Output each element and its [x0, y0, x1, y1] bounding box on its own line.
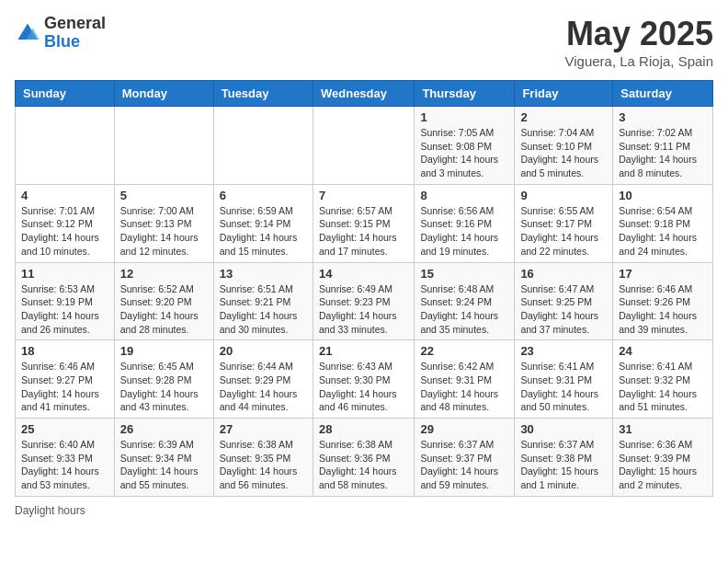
- calendar-cell: 8Sunrise: 6:56 AM Sunset: 9:16 PM Daylig…: [415, 184, 515, 262]
- calendar-cell: 10Sunrise: 6:54 AM Sunset: 9:18 PM Dayli…: [613, 184, 713, 262]
- calendar-cell: 19Sunrise: 6:45 AM Sunset: 9:28 PM Dayli…: [114, 340, 213, 419]
- day-info: Sunrise: 7:01 AM Sunset: 9:12 PM Dayligh…: [21, 204, 108, 259]
- day-info: Sunrise: 6:49 AM Sunset: 9:23 PM Dayligh…: [319, 282, 408, 337]
- calendar-cell: [213, 107, 313, 185]
- day-info: Sunrise: 6:44 AM Sunset: 9:29 PM Dayligh…: [220, 360, 307, 414]
- calendar-cell: 15Sunrise: 6:48 AM Sunset: 9:24 PM Dayli…: [415, 262, 515, 340]
- daylight-hours-label: Daylight hours: [15, 504, 85, 517]
- day-info: Sunrise: 7:05 AM Sunset: 9:08 PM Dayligh…: [420, 126, 508, 180]
- page-header: General Blue May 2025 Viguera, La Rioja,…: [15, 15, 713, 69]
- day-number: 3: [619, 110, 707, 124]
- day-number: 26: [120, 422, 208, 436]
- day-header-wednesday: Wednesday: [313, 81, 414, 107]
- day-info: Sunrise: 6:37 AM Sunset: 9:37 PM Dayligh…: [420, 438, 508, 492]
- day-info: Sunrise: 6:42 AM Sunset: 9:31 PM Dayligh…: [420, 360, 508, 414]
- calendar-cell: 14Sunrise: 6:49 AM Sunset: 9:23 PM Dayli…: [313, 262, 414, 340]
- calendar-cell: 3Sunrise: 7:02 AM Sunset: 9:11 PM Daylig…: [613, 107, 713, 185]
- logo-text: General Blue: [44, 15, 106, 52]
- day-info: Sunrise: 6:47 AM Sunset: 9:25 PM Dayligh…: [520, 282, 607, 337]
- calendar-cell: 13Sunrise: 6:51 AM Sunset: 9:21 PM Dayli…: [213, 262, 313, 340]
- day-number: 14: [319, 267, 408, 281]
- calendar-title: May 2025: [565, 15, 714, 53]
- calendar-week-1: 1Sunrise: 7:05 AM Sunset: 9:08 PM Daylig…: [16, 107, 713, 185]
- calendar-cell: 4Sunrise: 7:01 AM Sunset: 9:12 PM Daylig…: [16, 184, 115, 262]
- day-header-friday: Friday: [515, 81, 613, 107]
- day-number: 21: [319, 344, 408, 358]
- day-info: Sunrise: 7:02 AM Sunset: 9:11 PM Dayligh…: [619, 126, 707, 180]
- day-number: 17: [619, 267, 707, 281]
- day-header-thursday: Thursday: [415, 81, 515, 107]
- calendar-cell: 9Sunrise: 6:55 AM Sunset: 9:17 PM Daylig…: [515, 184, 613, 262]
- day-number: 24: [619, 344, 707, 358]
- calendar-cell: 17Sunrise: 6:46 AM Sunset: 9:26 PM Dayli…: [613, 262, 713, 340]
- calendar-location: Viguera, La Rioja, Spain: [565, 53, 714, 69]
- day-header-saturday: Saturday: [613, 81, 713, 107]
- calendar-cell: 11Sunrise: 6:53 AM Sunset: 9:19 PM Dayli…: [16, 262, 115, 340]
- day-info: Sunrise: 6:51 AM Sunset: 9:21 PM Dayligh…: [220, 282, 307, 337]
- calendar-cell: 5Sunrise: 7:00 AM Sunset: 9:13 PM Daylig…: [114, 184, 213, 262]
- day-number: 6: [220, 189, 307, 202]
- day-header-tuesday: Tuesday: [213, 81, 313, 107]
- calendar-week-2: 4Sunrise: 7:01 AM Sunset: 9:12 PM Daylig…: [16, 184, 713, 262]
- logo-blue-text: Blue: [44, 32, 80, 51]
- calendar-cell: 7Sunrise: 6:57 AM Sunset: 9:15 PM Daylig…: [313, 184, 414, 262]
- calendar-cell: 27Sunrise: 6:38 AM Sunset: 9:35 PM Dayli…: [213, 419, 313, 497]
- calendar-cell: 12Sunrise: 6:52 AM Sunset: 9:20 PM Dayli…: [114, 262, 213, 340]
- day-info: Sunrise: 6:54 AM Sunset: 9:18 PM Dayligh…: [619, 204, 707, 259]
- calendar-week-3: 11Sunrise: 6:53 AM Sunset: 9:19 PM Dayli…: [16, 262, 713, 340]
- day-header-monday: Monday: [114, 81, 213, 107]
- day-number: 10: [619, 189, 707, 202]
- day-number: 19: [120, 344, 208, 358]
- day-number: 11: [21, 267, 108, 281]
- day-info: Sunrise: 6:48 AM Sunset: 9:24 PM Dayligh…: [420, 282, 508, 337]
- calendar-week-5: 25Sunrise: 6:40 AM Sunset: 9:33 PM Dayli…: [16, 419, 713, 497]
- day-number: 28: [319, 422, 408, 436]
- day-info: Sunrise: 6:36 AM Sunset: 9:39 PM Dayligh…: [619, 438, 707, 492]
- day-number: 22: [420, 344, 508, 358]
- day-info: Sunrise: 6:45 AM Sunset: 9:28 PM Dayligh…: [120, 360, 208, 414]
- logo: General Blue: [15, 15, 106, 52]
- calendar-cell: 29Sunrise: 6:37 AM Sunset: 9:37 PM Dayli…: [415, 419, 515, 497]
- calendar-week-4: 18Sunrise: 6:46 AM Sunset: 9:27 PM Dayli…: [16, 340, 713, 419]
- day-number: 8: [420, 189, 508, 202]
- calendar-cell: 30Sunrise: 6:37 AM Sunset: 9:38 PM Dayli…: [515, 419, 613, 497]
- day-number: 29: [420, 422, 508, 436]
- day-number: 27: [220, 422, 307, 436]
- day-number: 7: [319, 189, 408, 202]
- day-number: 30: [520, 422, 607, 436]
- day-info: Sunrise: 6:41 AM Sunset: 9:31 PM Dayligh…: [520, 360, 607, 414]
- day-number: 31: [619, 422, 707, 436]
- day-number: 12: [120, 267, 208, 281]
- calendar-cell: 1Sunrise: 7:05 AM Sunset: 9:08 PM Daylig…: [415, 107, 515, 185]
- day-number: 20: [220, 344, 307, 358]
- title-block: May 2025 Viguera, La Rioja, Spain: [565, 15, 714, 69]
- day-number: 25: [21, 422, 108, 436]
- calendar-cell: 22Sunrise: 6:42 AM Sunset: 9:31 PM Dayli…: [415, 340, 515, 419]
- day-number: 4: [21, 189, 108, 202]
- day-info: Sunrise: 6:38 AM Sunset: 9:36 PM Dayligh…: [319, 438, 408, 492]
- logo-icon: [15, 20, 40, 46]
- calendar-cell: 21Sunrise: 6:43 AM Sunset: 9:30 PM Dayli…: [313, 340, 414, 419]
- calendar-cell: 16Sunrise: 6:47 AM Sunset: 9:25 PM Dayli…: [515, 262, 613, 340]
- calendar-cell: 20Sunrise: 6:44 AM Sunset: 9:29 PM Dayli…: [213, 340, 313, 419]
- calendar-cell: [313, 107, 414, 185]
- logo-general-text: General: [44, 14, 106, 32]
- calendar-cell: 2Sunrise: 7:04 AM Sunset: 9:10 PM Daylig…: [515, 107, 613, 185]
- calendar-cell: 18Sunrise: 6:46 AM Sunset: 9:27 PM Dayli…: [16, 340, 115, 419]
- day-info: Sunrise: 6:57 AM Sunset: 9:15 PM Dayligh…: [319, 204, 408, 259]
- day-info: Sunrise: 6:53 AM Sunset: 9:19 PM Dayligh…: [21, 282, 108, 337]
- day-number: 18: [21, 344, 108, 358]
- calendar-cell: 31Sunrise: 6:36 AM Sunset: 9:39 PM Dayli…: [613, 419, 713, 497]
- day-info: Sunrise: 6:56 AM Sunset: 9:16 PM Dayligh…: [420, 204, 508, 259]
- calendar-header-row: SundayMondayTuesdayWednesdayThursdayFrid…: [16, 81, 713, 107]
- day-info: Sunrise: 6:41 AM Sunset: 9:32 PM Dayligh…: [619, 360, 707, 414]
- day-number: 1: [420, 110, 508, 124]
- day-info: Sunrise: 6:46 AM Sunset: 9:27 PM Dayligh…: [21, 360, 108, 414]
- day-number: 13: [220, 267, 307, 281]
- day-info: Sunrise: 6:38 AM Sunset: 9:35 PM Dayligh…: [220, 438, 307, 492]
- calendar-cell: 28Sunrise: 6:38 AM Sunset: 9:36 PM Dayli…: [313, 419, 414, 497]
- day-number: 5: [120, 189, 208, 202]
- calendar-cell: 25Sunrise: 6:40 AM Sunset: 9:33 PM Dayli…: [16, 419, 115, 497]
- day-info: Sunrise: 6:46 AM Sunset: 9:26 PM Dayligh…: [619, 282, 707, 337]
- calendar-cell: 6Sunrise: 6:59 AM Sunset: 9:14 PM Daylig…: [213, 184, 313, 262]
